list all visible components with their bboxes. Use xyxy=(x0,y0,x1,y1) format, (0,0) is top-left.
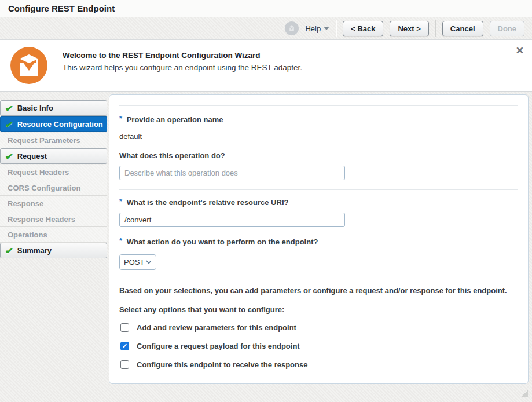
resize-grip[interactable] xyxy=(521,390,528,397)
chevron-down-icon xyxy=(324,27,329,30)
step-label: Basic Info xyxy=(17,104,53,112)
help-menu[interactable]: Help xyxy=(305,24,329,33)
step-label: CORS Configuration xyxy=(8,184,80,192)
sidebar-item-cors-configuration: CORS Configuration xyxy=(0,180,107,196)
check-icon: ✔ xyxy=(5,104,14,112)
operation-name-label: Provide an operation name xyxy=(127,115,223,124)
section-divider xyxy=(119,279,518,279)
checkbox[interactable] xyxy=(120,342,129,350)
resource-uri-label: What is the endpoint's relative resource… xyxy=(127,198,289,207)
selections-info-text: Based on your selections, you can add pa… xyxy=(119,286,518,295)
check-icon: ✔ xyxy=(5,247,14,255)
sidebar-item-summary[interactable]: ✔ Summary xyxy=(0,243,107,258)
step-label: Response xyxy=(8,199,43,208)
step-label: Operations xyxy=(8,231,47,239)
option-configure-response[interactable]: Configure this endpoint to receive the r… xyxy=(120,360,518,369)
checkbox[interactable] xyxy=(120,360,129,369)
check-icon: ✔ xyxy=(5,152,14,160)
sidebar-item-response-headers: Response Headers xyxy=(0,211,107,227)
adapter-avatar-icon xyxy=(285,21,299,35)
close-icon[interactable]: ✕ xyxy=(516,46,524,56)
required-asterisk: * xyxy=(119,236,122,245)
operation-desc-input[interactable] xyxy=(119,166,345,180)
option-label: Configure a request payload for this end… xyxy=(137,342,300,350)
help-label: Help xyxy=(305,24,321,33)
wizard-steps-sidebar: ✔ Basic Info ✔ Resource Configuration Re… xyxy=(0,100,107,259)
configure-rest-endpoint-window: Configure REST Endpoint Help < Back Next… xyxy=(0,0,532,402)
toolbar-divider xyxy=(336,20,336,37)
next-button[interactable]: Next > xyxy=(390,21,428,36)
banner-subtitle: This wizard helps you configure an endpo… xyxy=(63,63,302,72)
sidebar-item-request-parameters: Request Parameters xyxy=(0,133,107,148)
sidebar-item-request-headers: Request Headers xyxy=(0,165,107,180)
page-title: Configure REST Endpoint xyxy=(8,3,115,13)
rest-adapter-wizard-icon xyxy=(10,47,47,84)
toolbar-divider xyxy=(435,20,436,37)
done-button: Done xyxy=(490,21,525,36)
required-asterisk: * xyxy=(119,114,122,123)
sidebar-item-basic-info[interactable]: ✔ Basic Info xyxy=(0,100,107,116)
checkbox[interactable] xyxy=(120,323,129,332)
step-label: Request Headers xyxy=(8,168,69,177)
step-label: Response Headers xyxy=(8,215,75,224)
sidebar-item-response: Response xyxy=(0,196,107,211)
title-bar: Configure REST Endpoint xyxy=(0,0,532,17)
step-label: Request Parameters xyxy=(8,136,80,145)
section-divider xyxy=(119,105,518,106)
step-label: Resource Configuration xyxy=(17,120,103,129)
wizard-toolbar: Help < Back Next > Cancel Done xyxy=(0,17,532,40)
section-divider xyxy=(119,379,518,379)
cancel-button[interactable]: Cancel xyxy=(442,21,483,36)
option-label: Configure this endpoint to receive the r… xyxy=(137,360,307,369)
welcome-banner: Welcome to the REST Endpoint Configurati… xyxy=(0,40,532,92)
options-label: Select any options that you want to conf… xyxy=(119,305,518,314)
check-icon: ✔ xyxy=(5,120,14,129)
option-add-review-parameters[interactable]: Add and review parameters for this endpo… xyxy=(120,323,518,332)
operation-name-value: default xyxy=(119,132,518,141)
workspace: ✔ Basic Info ✔ Resource Configuration Re… xyxy=(0,92,532,402)
adapter-glyph-icon xyxy=(287,24,296,33)
option-label: Add and review parameters for this endpo… xyxy=(137,323,296,332)
banner-text: Welcome to the REST Endpoint Configurati… xyxy=(63,47,302,72)
sidebar-item-operations: Operations xyxy=(0,227,107,243)
banner-title: Welcome to the REST Endpoint Configurati… xyxy=(63,51,302,60)
action-select[interactable]: POST xyxy=(119,254,156,270)
option-configure-request-payload[interactable]: Configure a request payload for this end… xyxy=(120,342,518,350)
operation-desc-label: What does this operation do? xyxy=(119,151,225,160)
sidebar-item-resource-configuration[interactable]: ✔ Resource Configuration xyxy=(0,116,107,132)
sidebar-item-request[interactable]: ✔ Request xyxy=(0,148,107,164)
resource-configuration-panel: * Provide an operation name default What… xyxy=(109,94,529,384)
chevron-down-icon xyxy=(146,260,152,264)
action-selected-value: POST xyxy=(124,258,144,266)
section-divider xyxy=(119,189,518,190)
required-asterisk: * xyxy=(119,197,122,206)
step-label: Summary xyxy=(17,246,52,255)
back-button[interactable]: < Back xyxy=(343,21,383,36)
resource-uri-input[interactable] xyxy=(119,213,345,227)
step-label: Request xyxy=(17,152,47,160)
action-label: What action do you want to perform on th… xyxy=(127,237,318,246)
